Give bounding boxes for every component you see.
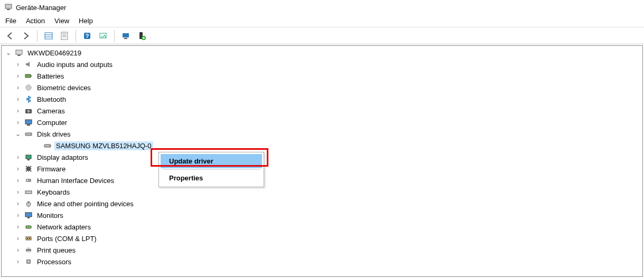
tree-expander[interactable]: › <box>14 95 22 103</box>
toolbar-separator <box>76 30 76 42</box>
tree-expander[interactable]: › <box>14 153 22 161</box>
cpu-icon <box>24 257 33 266</box>
tree-expander[interactable]: › <box>14 61 22 68</box>
back-button[interactable] <box>3 29 17 43</box>
context-update-driver[interactable]: Update driver <box>161 154 262 168</box>
tree-expander[interactable]: › <box>14 107 22 114</box>
tree-expander[interactable]: › <box>14 119 22 126</box>
scan-button[interactable] <box>96 29 110 43</box>
svg-rect-25 <box>25 120 32 124</box>
tree-category-camera[interactable]: ›Cameras <box>2 105 642 117</box>
camera-icon <box>24 106 33 116</box>
menu-file[interactable]: File <box>5 17 16 25</box>
context-properties[interactable]: Properties <box>161 171 262 185</box>
tree-category-speaker[interactable]: ›Audio inputs and outputs <box>2 59 642 70</box>
svg-rect-12 <box>123 33 129 37</box>
tree-category-monitor[interactable]: ›Monitors <box>2 209 642 221</box>
svg-rect-50 <box>27 247 30 249</box>
tree-category-cpu[interactable]: ›Processors <box>2 256 642 267</box>
svg-rect-46 <box>26 237 31 240</box>
mouse-icon <box>24 199 33 208</box>
svg-rect-2 <box>45 33 52 39</box>
svg-rect-33 <box>26 167 31 171</box>
speaker-icon <box>24 60 33 69</box>
forward-button[interactable] <box>19 29 33 43</box>
properties-button[interactable] <box>58 29 71 43</box>
svg-rect-18 <box>25 74 31 78</box>
tree-node-label: Display adaptors <box>35 153 90 162</box>
svg-rect-42 <box>27 217 30 218</box>
app-icon <box>4 3 13 13</box>
svg-rect-35 <box>27 180 28 181</box>
fingerprint-icon <box>24 83 33 92</box>
svg-point-22 <box>28 87 29 88</box>
help-button[interactable]: ? <box>80 29 94 43</box>
computer-icon <box>24 118 33 127</box>
tree-expander[interactable]: › <box>14 188 22 196</box>
tree-category-printer[interactable]: ›Print queues <box>2 244 642 256</box>
tree-node-label: SAMSUNG MZVLB512HAJQ-0 <box>54 141 153 150</box>
display-icon <box>24 152 33 162</box>
tree-node-label: Network adapters <box>35 223 92 232</box>
tree-node-label: Firmware <box>35 165 67 174</box>
show-grid-button[interactable] <box>42 29 55 43</box>
tree-root[interactable]: ⌄WKWDE0469219 <box>2 47 642 59</box>
svg-text:?: ? <box>86 33 89 39</box>
tree-category-network[interactable]: ›Network adapters <box>2 221 642 233</box>
tree-node-label: Processors <box>35 257 73 266</box>
tree-device-disk[interactable]: SAMSUNG MZVLB512HAJQ-0 <box>2 140 642 151</box>
add-device-button[interactable] <box>135 29 148 43</box>
tree-expander[interactable]: › <box>14 223 22 230</box>
tree-category-display[interactable]: ›Display adaptors <box>2 151 642 163</box>
svg-rect-53 <box>27 261 30 263</box>
tree-category-keyboard[interactable]: ›Keyboards <box>2 186 642 198</box>
svg-point-45 <box>29 227 30 228</box>
tree-expander[interactable]: › <box>14 84 22 91</box>
titlebar: Geräte-Manager <box>0 0 644 15</box>
tree-category-mouse[interactable]: ›Mice and other pointing devices <box>2 198 642 209</box>
firmware-icon <box>24 164 33 174</box>
tree-expander[interactable]: › <box>14 235 22 242</box>
tree-category-battery[interactable]: ›Batteries <box>2 70 642 82</box>
svg-rect-34 <box>26 179 31 182</box>
svg-rect-43 <box>26 226 31 228</box>
tree-node-label: Keyboards <box>35 188 71 197</box>
tree-expander[interactable]: ⌄ <box>5 49 12 56</box>
tree-expander[interactable]: › <box>14 246 22 254</box>
tree-node-label: Human Interface Devices <box>35 176 116 185</box>
menu-help[interactable]: Help <box>79 17 93 25</box>
menubar: File Action View Help <box>0 15 644 27</box>
context-menu: Update driver Properties <box>158 152 264 187</box>
tree-node-label: Audio inputs and outputs <box>35 60 114 69</box>
tree-node-label: Print queues <box>35 246 77 255</box>
tree-category-bluetooth[interactable]: ›Bluetooth <box>2 93 642 105</box>
tree-expander[interactable]: ⌄ <box>14 130 22 138</box>
tree-node-label: Biometric devices <box>35 83 92 92</box>
disk-icon <box>43 141 52 150</box>
menu-view[interactable]: View <box>54 17 69 25</box>
svg-point-30 <box>49 146 50 147</box>
hid-icon <box>24 176 33 185</box>
tree-category-hid[interactable]: ›Human Interface Devices <box>2 175 642 186</box>
menu-action[interactable]: Action <box>26 17 45 25</box>
update-driver-button[interactable] <box>119 29 133 43</box>
tree-expander[interactable]: › <box>14 177 22 184</box>
svg-rect-5 <box>61 32 68 40</box>
tree-expander[interactable]: › <box>14 200 22 207</box>
tree-category-port[interactable]: ›Ports (COM & LPT) <box>2 233 642 244</box>
svg-rect-48 <box>29 238 30 239</box>
tree-node-label: Disk drives <box>35 130 72 139</box>
tree-category-fingerprint[interactable]: ›Biometric devices <box>2 82 642 93</box>
tree-category-firmware[interactable]: ›Firmware <box>2 163 642 175</box>
tree-node-label: Computer <box>35 118 69 127</box>
device-tree-pane[interactable]: ⌄WKWDE0469219›Audio inputs and outputs›B… <box>1 45 643 277</box>
tree-node-label: Ports (COM & LPT) <box>35 234 98 243</box>
tree-category-computer[interactable]: ›Computer <box>2 117 642 128</box>
tree-expander[interactable]: › <box>14 72 22 80</box>
tree-expander[interactable]: › <box>14 258 22 265</box>
tree-node-label: Monitors <box>35 211 65 220</box>
tree-expander[interactable]: › <box>14 165 22 172</box>
tree-expander[interactable]: › <box>14 211 22 219</box>
tree-category-disk[interactable]: ⌄Disk drives <box>2 128 642 140</box>
toolbar-separator <box>37 30 38 42</box>
